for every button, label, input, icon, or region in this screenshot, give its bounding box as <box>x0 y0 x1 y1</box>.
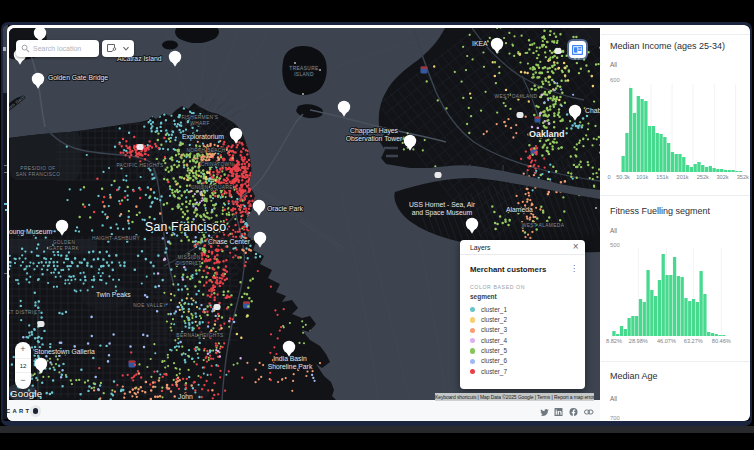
svg-text:28.98%: 28.98% <box>629 338 648 344</box>
svg-text:101k: 101k <box>636 174 648 180</box>
svg-text:201k: 201k <box>677 174 689 180</box>
svg-text:302k: 302k <box>716 174 728 180</box>
svg-text:63.27%: 63.27% <box>684 338 703 344</box>
svg-text:0: 0 <box>607 174 610 180</box>
svg-text:50.3k: 50.3k <box>616 174 630 180</box>
svg-text:80.46%: 80.46% <box>712 338 731 344</box>
svg-text:46.07%: 46.07% <box>657 338 676 344</box>
svg-text:252k: 252k <box>697 174 709 180</box>
svg-text:8.82%: 8.82% <box>606 338 622 344</box>
svg-text:352k: 352k <box>737 174 749 180</box>
svg-text:151k: 151k <box>656 174 668 180</box>
